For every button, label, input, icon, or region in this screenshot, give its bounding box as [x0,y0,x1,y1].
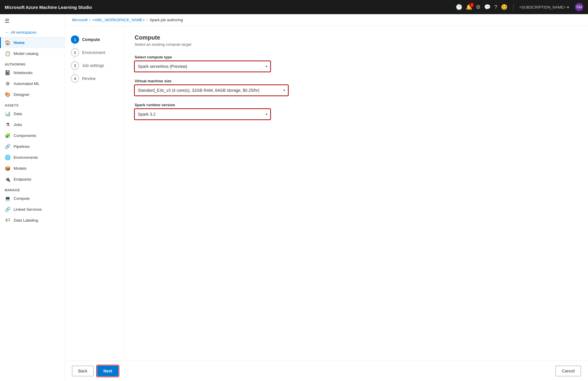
vm-size-select-wrapper: Standard_E4s_v3 (4 core(s), 32GB RAM, 64… [135,85,288,96]
notebooks-icon: 📓 [5,70,11,76]
data-icon: 📊 [5,111,11,117]
breadcrumb-microsoft[interactable]: Microsoft [72,18,88,22]
app-title: Microsoft Azure Machine Learning Studio [5,5,456,10]
designer-icon: 🎨 [5,92,11,97]
home-icon: 🏠 [5,40,11,45]
spark-version-group: Spark runtime version Spark 3.2 ▾ [135,103,577,120]
spark-version-select[interactable]: Spark 3.2 [135,109,270,120]
spark-version-select-wrapper: Spark 3.2 ▾ [135,109,270,120]
compute-type-label: Select compute type [135,55,577,59]
sidebar-item-jobs[interactable]: ⚗ Jobs [0,119,65,130]
breadcrumb-current: Spark job authoring [150,18,183,22]
vm-size-label: Virtual machine size [135,79,577,83]
form-title: Compute [135,34,577,41]
spark-version-label: Spark runtime version [135,103,577,107]
step-label-job-settings: Job settings [82,63,104,68]
wizard-step-review: 4 Review [70,72,119,85]
bottom-actions: Back Next Cancel [65,361,588,381]
sidebar-item-components[interactable]: 🧩 Components [0,130,65,141]
feedback-icon[interactable]: 💬 [484,4,491,10]
step-label-review: Review [82,76,96,81]
jobs-icon: ⚗ [5,122,11,127]
sidebar-item-designer[interactable]: 🎨 Designer [0,89,65,100]
back-arrow-icon: ← [5,30,9,35]
compute-type-select-wrapper: Spark serverless (Preview) ▾ [135,61,270,72]
compute-type-group: Select compute type Spark serverless (Pr… [135,55,577,72]
environments-icon: 🌐 [5,155,11,160]
next-button[interactable]: Next [97,366,118,376]
sidebar-item-model-catalog[interactable]: 📋 Model catalog [0,48,65,59]
history-icon[interactable]: 🕐 [456,4,462,10]
wizard-step-job-settings: 3 Job settings [70,59,119,72]
breadcrumb-workspace[interactable]: <AML_WORKSPACE_NAME> [92,18,145,22]
data-labeling-icon: 🏷 [5,218,11,223]
wizard-steps: 1 Compute 2 Environment 3 Job settings 4… [65,26,124,361]
hamburger-menu[interactable]: ☰ [0,14,65,28]
topbar-icons: 🕐 🔔 2 ⚙ 💬 ? 😊 <SUBSCRIPTION_NAME> ▾ CU [456,3,583,11]
manage-section-label: Manage [0,185,65,193]
settings-icon[interactable]: ⚙ [476,4,481,10]
model-catalog-icon: 📋 [5,51,11,56]
step-circle-4: 4 [71,74,79,83]
form-area: Compute Select an existing compute targe… [124,26,588,361]
user-icon[interactable]: 😊 [501,4,507,10]
step-label-compute: Compute [82,37,100,42]
all-workspaces-link[interactable]: ← All workspaces [0,28,65,37]
endpoints-icon: 🔌 [5,176,11,182]
wizard-step-environment: 2 Environment [70,46,119,59]
automated-ml-icon: ⚙ [5,81,11,86]
notifications-icon[interactable]: 🔔 2 [466,4,472,10]
step-circle-2: 2 [71,48,79,57]
sidebar-item-environments[interactable]: 🌐 Environments [0,152,65,163]
components-icon: 🧩 [5,133,11,138]
sidebar-item-models[interactable]: 📦 Models [0,163,65,174]
sidebar-item-automated-ml[interactable]: ⚙ Automated ML [0,78,65,89]
step-label-environment: Environment [82,50,105,55]
notification-badge: 2 [469,3,474,7]
sidebar-item-data-labeling[interactable]: 🏷 Data Labeling [0,215,65,225]
compute-icon: 💻 [5,196,11,201]
wizard-layout: 1 Compute 2 Environment 3 Job settings 4… [65,26,588,361]
step-circle-3: 3 [71,61,79,70]
pipelines-icon: 🔗 [5,144,11,149]
sidebar-item-endpoints[interactable]: 🔌 Endpoints [0,174,65,185]
breadcrumb-sep-1: › [89,18,91,22]
sidebar-item-linked-services[interactable]: 🔗 Linked Services [0,204,65,215]
sidebar-item-pipelines[interactable]: 🔗 Pipelines [0,141,65,152]
topbar-divider [513,4,514,11]
sidebar-item-notebooks[interactable]: 📓 Notebooks [0,67,65,78]
back-button[interactable]: Back [72,366,94,376]
compute-type-select[interactable]: Spark serverless (Preview) [135,61,270,72]
help-icon[interactable]: ? [494,4,497,10]
vm-size-select[interactable]: Standard_E4s_v3 (4 core(s), 32GB RAM, 64… [135,85,288,96]
sidebar-item-data[interactable]: 📊 Data [0,108,65,119]
assets-section-label: Assets [0,100,65,108]
main-layout: ☰ ← All workspaces 🏠 Home 📋 Model catalo… [0,14,588,381]
step-circle-1: 1 [71,35,79,44]
models-icon: 📦 [5,166,11,171]
cancel-button[interactable]: Cancel [556,366,581,376]
linked-services-icon: 🔗 [5,207,11,212]
breadcrumb-sep-2: › [147,18,148,22]
subscription-selector[interactable]: <SUBSCRIPTION_NAME> ▾ [520,5,569,9]
vm-size-group: Virtual machine size Standard_E4s_v3 (4 … [135,79,577,96]
sidebar-item-compute[interactable]: 💻 Compute [0,193,65,204]
sidebar-item-home[interactable]: 🏠 Home [0,37,65,48]
chevron-down-icon: ▾ [567,5,569,9]
topbar: Microsoft Azure Machine Learning Studio … [0,0,588,14]
sidebar: ☰ ← All workspaces 🏠 Home 📋 Model catalo… [0,14,65,381]
sidebar-nav: 🏠 Home 📋 Model catalog Authoring 📓 Noteb… [0,37,65,381]
breadcrumb: Microsoft › <AML_WORKSPACE_NAME> › Spark… [65,14,588,26]
content-area: Microsoft › <AML_WORKSPACE_NAME> › Spark… [65,14,588,381]
avatar[interactable]: CU [575,3,583,11]
authoring-section-label: Authoring [0,59,65,67]
wizard-step-compute: 1 Compute [70,33,119,46]
form-subtitle: Select an existing compute target [135,42,577,47]
